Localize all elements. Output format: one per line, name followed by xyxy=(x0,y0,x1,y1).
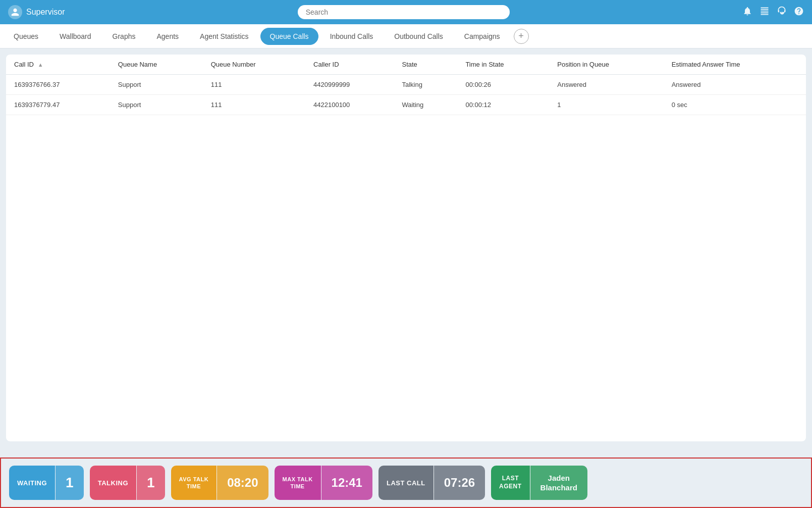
table-cell-state: Waiting xyxy=(394,95,457,115)
queue-calls-table: Call ID ▲ Queue Name Queue Number Caller… xyxy=(6,55,806,115)
table-cell-position-in-queue: 1 xyxy=(549,95,663,115)
sort-arrow-icon: ▲ xyxy=(38,62,43,68)
table-cell-caller-id: 4420999999 xyxy=(305,75,394,95)
table-cell-call-id: 1639376766.37 xyxy=(6,75,110,95)
col-position-in-queue[interactable]: Position in Queue xyxy=(549,55,663,75)
tab-outbound-calls[interactable]: Outbound Calls xyxy=(385,28,453,45)
col-call-id[interactable]: Call ID ▲ xyxy=(6,55,110,75)
table-cell-queue-number: 111 xyxy=(203,95,305,115)
table-icon[interactable] xyxy=(760,6,770,19)
tab-graphs[interactable]: Graphs xyxy=(103,28,145,45)
last-call-value: 07:26 xyxy=(434,466,485,500)
add-tab-button[interactable]: + xyxy=(514,29,529,44)
avg-talk-time-value: 08:20 xyxy=(217,466,268,500)
tab-campaigns[interactable]: Campaigns xyxy=(455,28,510,45)
tabs-bar: Queues Wallboard Graphs Agents Agent Sta… xyxy=(0,24,812,48)
last-agent-value: JadenBlanchard xyxy=(530,466,587,500)
waiting-value: 1 xyxy=(56,466,84,500)
help-icon[interactable] xyxy=(794,6,804,19)
avg-talk-time-label: AVG TALKTIME xyxy=(171,466,217,500)
last-call-label: LAST CALL xyxy=(378,466,434,500)
table-cell-time-in-state: 00:00:12 xyxy=(457,95,549,115)
avg-talk-time-card: AVG TALKTIME 08:20 xyxy=(171,466,268,500)
table-cell-position-in-queue: Answered xyxy=(549,75,663,95)
table-cell-queue-name: Support xyxy=(110,95,203,115)
table-cell-caller-id: 4422100100 xyxy=(305,95,394,115)
last-call-card: LAST CALL 07:26 xyxy=(378,466,485,500)
tab-wallboard[interactable]: Wallboard xyxy=(50,28,101,45)
header: Supervisor xyxy=(0,0,812,24)
tab-queues[interactable]: Queues xyxy=(4,28,48,45)
table-row[interactable]: 1639376779.47Support1114422100100Waiting… xyxy=(6,95,806,115)
tab-agent-statistics[interactable]: Agent Statistics xyxy=(190,28,258,45)
headset-icon[interactable] xyxy=(777,6,787,19)
main-content: Call ID ▲ Queue Name Queue Number Caller… xyxy=(6,55,806,441)
col-caller-id[interactable]: Caller ID xyxy=(305,55,394,75)
table-cell-call-id: 1639376779.47 xyxy=(6,95,110,115)
header-brand: Supervisor xyxy=(8,5,65,19)
header-icons xyxy=(742,6,804,19)
talking-value: 1 xyxy=(137,466,165,500)
talking-card: TALKING 1 xyxy=(90,466,165,500)
tab-agents[interactable]: Agents xyxy=(147,28,188,45)
tab-inbound-calls[interactable]: Inbound Calls xyxy=(320,28,383,45)
last-agent-card: LASTAGENT JadenBlanchard xyxy=(491,466,587,500)
col-time-in-state[interactable]: Time in State xyxy=(457,55,549,75)
waiting-card: WAITING 1 xyxy=(9,466,84,500)
waiting-label: WAITING xyxy=(9,466,55,500)
table-cell-time-in-state: 00:00:26 xyxy=(457,75,549,95)
col-queue-name[interactable]: Queue Name xyxy=(110,55,203,75)
table-cell-estimated-answer-time: Answered xyxy=(664,75,806,95)
max-talk-time-card: MAX TALKTIME 12:41 xyxy=(275,466,372,500)
col-estimated-answer-time[interactable]: Estimated Answer Time xyxy=(664,55,806,75)
max-talk-time-value: 12:41 xyxy=(321,466,372,500)
col-queue-number[interactable]: Queue Number xyxy=(203,55,305,75)
search-container xyxy=(298,5,510,19)
user-avatar-icon xyxy=(8,5,22,19)
max-talk-time-label: MAX TALKTIME xyxy=(275,466,321,500)
last-agent-label: LASTAGENT xyxy=(491,466,530,500)
table-cell-queue-name: Support xyxy=(110,75,203,95)
talking-label: TALKING xyxy=(90,466,136,500)
app-title: Supervisor xyxy=(26,8,65,17)
table-row[interactable]: 1639376766.37Support1114420999999Talking… xyxy=(6,75,806,95)
col-state[interactable]: State xyxy=(394,55,457,75)
bell-icon[interactable] xyxy=(742,6,752,19)
table-cell-state: Talking xyxy=(394,75,457,95)
search-input[interactable] xyxy=(298,5,510,19)
tab-queue-calls[interactable]: Queue Calls xyxy=(260,28,318,45)
table-container: Call ID ▲ Queue Name Queue Number Caller… xyxy=(6,55,806,115)
table-header-row: Call ID ▲ Queue Name Queue Number Caller… xyxy=(6,55,806,75)
table-cell-queue-number: 111 xyxy=(203,75,305,95)
bottom-status-bar: WAITING 1 TALKING 1 AVG TALKTIME 08:20 M… xyxy=(0,458,812,508)
table-cell-estimated-answer-time: 0 sec xyxy=(664,95,806,115)
